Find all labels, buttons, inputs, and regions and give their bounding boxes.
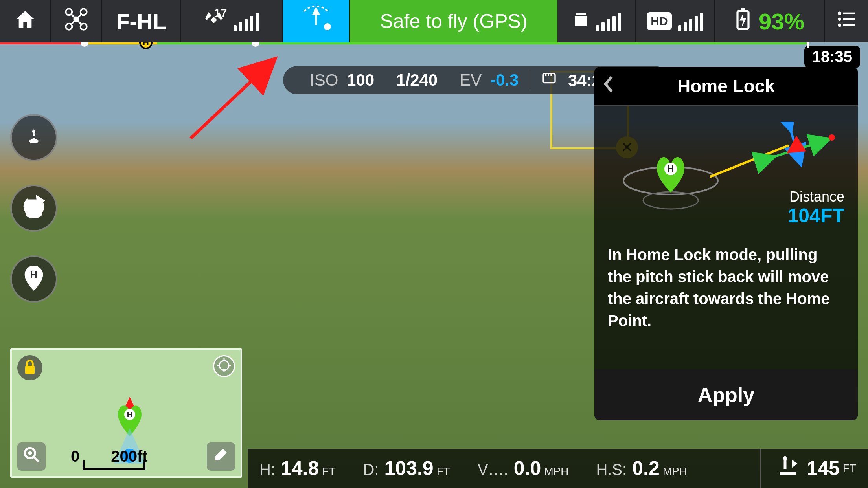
rc-icon [572,10,590,33]
svg-rect-8 [741,8,745,11]
ev-value: -0.3 [490,71,519,89]
home-lock-panel: Home Lock H Distance 104F [594,67,858,420]
video-signal-indicator[interactable]: HD [636,0,715,42]
rc-signal-indicator[interactable] [557,0,636,42]
ioc-mode-button[interactable] [283,0,350,42]
battery-icon [734,8,752,35]
hd-icon: HD [647,12,671,30]
battery-percent: 93% [759,8,804,35]
svg-rect-11 [843,12,855,14]
panel-back-button[interactable] [602,74,630,98]
svg-point-48 [783,456,787,460]
panel-description: In Home Lock mode, pulling the pitch sti… [608,244,844,332]
vps-readout: 145 FT [760,449,856,488]
svg-point-6 [325,24,330,29]
svg-point-17 [32,130,35,133]
zoom-in-icon [23,446,40,467]
signal-bars-icon [596,11,621,31]
svg-line-27 [710,145,789,177]
aircraft-status-button[interactable] [51,0,102,42]
distance-label: Distance [789,189,844,205]
signal-bars-icon [678,11,703,31]
svg-marker-30 [787,136,806,153]
distance-readout: D: 103.9 FT [363,457,450,480]
map-clear-button[interactable] [207,442,235,471]
svg-text:H: H [31,209,37,218]
home-icon [14,8,36,35]
svg-point-31 [829,134,835,141]
panel-title: Home Lock [630,75,822,97]
svg-point-12 [838,17,841,21]
svg-marker-49 [792,459,798,468]
takeoff-icon [21,124,46,151]
svg-line-22 [191,61,273,138]
apply-button-label: Apply [698,383,754,407]
signal-bars-icon [234,11,259,31]
drone-icon [64,7,89,36]
top-bar: F-HL 17 Safe to fly (GPS) HD [0,0,868,42]
flight-status-banner[interactable]: Safe to fly (GPS) [350,0,557,42]
eraser-icon [213,447,229,466]
svg-rect-50 [780,472,796,475]
svg-text:H: H [667,163,674,174]
takeoff-land-button[interactable] [10,114,57,161]
vertical-speed-readout: V…. 0.0 MPH [478,457,569,480]
rth-icon: H [20,194,48,223]
home-pin-icon: H [22,264,46,294]
svg-marker-5 [313,9,319,14]
svg-rect-15 [843,24,855,26]
iso-value: 100 [347,71,374,89]
home-lock-diagram: H Distance 104FT [608,122,844,224]
flight-mode-label: F-HL [116,9,166,34]
general-settings-button[interactable] [825,0,868,42]
svg-rect-13 [843,18,855,20]
flight-status-text: Safe to fly (GPS) [380,10,527,33]
satellite-count: 17 [214,6,227,20]
scale-min: 0 [71,448,79,465]
map-zoom-button[interactable] [17,442,46,471]
apply-button[interactable]: Apply [594,369,858,420]
svg-rect-4 [74,17,79,21]
iso-label: ISO [310,71,338,89]
telemetry-bar: H: 14.8 FT D: 103.9 FT V…. 0.0 MPH H.S: … [248,449,868,488]
vps-icon [777,455,799,482]
left-action-buttons: H H [10,114,57,303]
distance-value: 104FT [787,204,844,227]
svg-line-44 [34,457,39,462]
annotation-arrow [187,56,281,144]
menu-icon [836,9,857,34]
flight-time-badge: 18:35 [804,46,860,68]
mini-map[interactable]: H 0 200ft [10,348,242,478]
gps-signal-indicator[interactable]: 17 [181,0,283,42]
scale-bar [83,460,145,470]
return-to-home-button[interactable]: H [10,185,57,232]
ev-label: EV [460,71,482,89]
altitude-readout: H: 14.8 FT [259,457,336,480]
sd-card-icon [541,71,562,90]
shutter-value: 1/240 [385,71,449,90]
panel-header: Home Lock [594,67,858,106]
home-button[interactable] [0,0,51,42]
svg-text:H: H [30,269,38,281]
svg-marker-9 [739,14,747,28]
home-point-button[interactable]: H [10,255,57,303]
horizontal-speed-readout: H.S: 0.2 MPH [596,457,687,480]
svg-point-14 [838,23,841,27]
svg-point-10 [838,11,841,15]
svg-text:H: H [127,410,132,419]
flight-mode-indicator[interactable]: F-HL [102,0,181,42]
battery-indicator[interactable]: 93% [715,0,825,42]
ioc-icon [298,6,334,37]
